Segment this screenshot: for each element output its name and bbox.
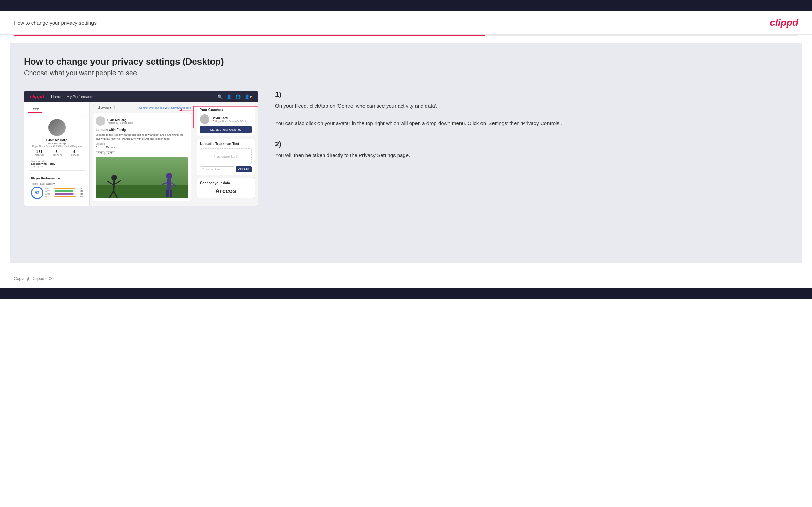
metric-bar-bg: [54, 188, 77, 189]
trackman-section: Upload a Trackman Test Trackman Link Tra…: [197, 139, 255, 175]
metric-bar: [54, 193, 74, 195]
stat-activities: 131 Activities: [35, 150, 44, 156]
search-icon: 🔍: [217, 94, 223, 99]
post-author-name: Blair McHarg: [107, 118, 133, 122]
trackman-input-row: Trackman Link Add Link: [200, 166, 252, 172]
stat-followers: 3 Followers: [52, 150, 62, 156]
trackman-placeholder: Trackman Link: [200, 148, 252, 164]
coach-club-text: Royal North Devon Golf Club: [215, 120, 246, 122]
metric-bar-bg: [54, 196, 77, 197]
coach-club: 📍 Royal North Devon Golf Club: [212, 120, 246, 122]
bottom-bar: [0, 288, 812, 299]
following-button[interactable]: Following ▾: [93, 105, 115, 110]
metric-bar: [54, 190, 73, 192]
duration-value: 01 hr : 30 min: [96, 146, 188, 149]
metric-bar-bg: [54, 193, 77, 195]
mock-nav-performance: My Performance: [67, 95, 95, 99]
tag-app: APP: [106, 151, 115, 155]
post-avatar: [96, 116, 105, 126]
connect-title: Connect your data: [200, 181, 252, 185]
coach-item: David Ford 📍 Royal North Devon Golf Club: [200, 114, 252, 124]
compass-icon: 🌐: [235, 94, 241, 99]
latest-title: Lesson with Fordy: [31, 162, 83, 165]
add-link-button[interactable]: Add Link: [236, 166, 252, 172]
metric-bar: [54, 196, 76, 197]
metric-value: 90: [78, 187, 83, 189]
followers-count: 3: [52, 150, 62, 154]
instruction-step1: 1) On your Feed, click/tap on 'Control w…: [275, 91, 784, 128]
profile-handicap: Plus Handicap: [31, 142, 83, 145]
svg-rect-12: [166, 190, 169, 197]
svg-rect-13: [170, 190, 172, 197]
perf-title: Player Performance: [31, 177, 83, 180]
screenshot-mockup: clippd Home My Performance 🔍 👤 🌐 👤▾ Feed: [24, 91, 258, 206]
quality-score: 92: [31, 187, 43, 199]
mock-performance-section: Player Performance Total Player Quality …: [28, 174, 86, 202]
svg-line-3: [113, 180, 114, 191]
metric-label: APP: [45, 190, 53, 192]
main-content: How to change your privacy settings (Des…: [10, 43, 802, 263]
metric-label: PUTT: [45, 196, 53, 198]
metric-bar-bg: [54, 190, 77, 192]
metric-bar: [54, 188, 75, 189]
instructions-panel: 1) On your Feed, click/tap on 'Control w…: [272, 91, 788, 172]
mock-nav-items: Home My Performance: [51, 95, 94, 99]
following-label: Following: [69, 154, 79, 156]
step2-number: 2): [275, 140, 784, 148]
metric-label: OTT: [45, 187, 53, 189]
step2-text: You will then be taken directly to the P…: [275, 151, 784, 160]
quality-label: Total Player Quality: [31, 182, 83, 185]
mock-profile-section: Blair McHarg Plus Handicap Royal North D…: [28, 116, 86, 171]
post-title: Lesson with Fordy: [96, 128, 188, 132]
mock-right-panel: Your Coaches David Ford 📍 Royal North De…: [194, 102, 258, 206]
metric-label: ARG: [45, 193, 53, 195]
instruction-step2: 2) You will then be taken directly to th…: [275, 140, 784, 160]
coach-info: David Ford 📍 Royal North Devon Golf Club: [212, 116, 246, 122]
feed-tab: Feed: [28, 106, 42, 113]
clippd-logo: clippd: [770, 17, 798, 28]
content-row: clippd Home My Performance 🔍 👤 🌐 👤▾ Feed: [24, 91, 788, 206]
header: How to change your privacy settings clip…: [0, 11, 812, 35]
header-divider: [14, 35, 798, 36]
trackman-input[interactable]: Trackman Link: [200, 166, 234, 172]
mock-body: Feed Blair McHarg Plus Handicap Royal No…: [24, 102, 258, 206]
following-count: 4: [69, 150, 79, 154]
stat-following: 4 Following: [69, 150, 79, 156]
svg-point-8: [166, 173, 172, 179]
followers-label: Followers: [52, 154, 62, 156]
svg-rect-9: [167, 179, 171, 190]
step1-text: On your Feed, click/tap on 'Control who …: [275, 101, 784, 128]
mock-logo: clippd: [30, 94, 44, 99]
coaches-title: Your Coaches: [200, 108, 252, 112]
footer: Copyright Clippd 2022: [0, 269, 812, 288]
mock-left-panel: Feed Blair McHarg Plus Handicap Royal No…: [24, 102, 90, 206]
latest-label: Latest Activity: [31, 160, 83, 162]
avatar: [48, 119, 66, 136]
coaches-section: Your Coaches David Ford 📍 Royal North De…: [197, 105, 255, 136]
location-icon: 📍: [212, 120, 215, 122]
latest-date: 03 Aug 2022: [31, 165, 83, 168]
svg-rect-1: [96, 185, 188, 198]
avatar-image: [48, 119, 66, 136]
metric-row: ARG 86: [45, 193, 83, 195]
page-subheading: Choose what you want people to see: [24, 69, 788, 77]
page-heading: How to change your privacy settings (Des…: [24, 56, 788, 67]
post-header: Blair McHarg Yesterday · Sunningdale: [96, 116, 188, 126]
post-card: Blair McHarg Yesterday · Sunningdale Les…: [93, 113, 191, 201]
post-tags: OTT APP: [96, 151, 188, 155]
activities-count: 131: [35, 150, 44, 154]
profile-name: Blair McHarg: [31, 138, 83, 142]
manage-coaches-button[interactable]: Manage Your Coaches: [200, 126, 252, 133]
latest-activity: Latest Activity Lesson with Fordy 03 Aug…: [31, 158, 83, 168]
person-icon: 👤: [226, 94, 232, 99]
svg-point-2: [111, 175, 117, 180]
following-bar: Following ▾ Control who can see your act…: [93, 105, 191, 110]
metric-value: 85: [78, 190, 83, 192]
profile-club: Royal North Devon Golf Club, United King…: [31, 145, 83, 147]
control-link[interactable]: Control who can see your activity and da…: [139, 106, 191, 109]
quality-row: 92 OTT 90 APP 85 ARG: [31, 187, 83, 199]
avatar-icon: 👤▾: [244, 94, 252, 99]
metric-value: 86: [78, 193, 83, 195]
trackman-title: Upload a Trackman Test: [200, 142, 252, 146]
mock-nav-icons: 🔍 👤 🌐 👤▾: [217, 94, 252, 99]
